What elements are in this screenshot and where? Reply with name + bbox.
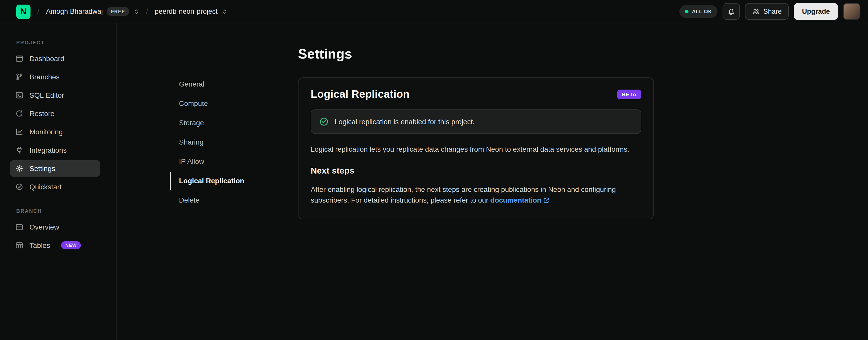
sidebar-section-project: PROJECT	[16, 40, 117, 45]
project-name: peerdb-neon-project	[155, 8, 218, 15]
success-banner-text: Logical replication is enabled for this …	[335, 118, 475, 126]
sidebar-item-tables[interactable]: Tables NEW	[10, 237, 100, 253]
settings-nav-delete[interactable]: Delete	[170, 191, 298, 209]
top-bar: N / Amogh Bharadwaj FREE / peerdb-neon-p…	[0, 0, 868, 23]
card-title: Logical Replication	[311, 88, 410, 100]
sidebar-item-label: Monitoring	[30, 128, 63, 136]
settings-nav-ip-allow[interactable]: IP Allow	[170, 153, 298, 171]
next-steps-paragraph: After enabling logical replication, the …	[311, 184, 641, 207]
sidebar-item-label: Branches	[30, 73, 60, 81]
sidebar-item-label: Quickstart	[30, 183, 62, 191]
sidebar-item-restore[interactable]: Restore	[10, 105, 100, 122]
breadcrumb-separator: /	[146, 7, 148, 16]
sidebar-item-monitoring[interactable]: Monitoring	[10, 124, 100, 140]
sidebar-item-quickstart[interactable]: Quickstart	[10, 179, 100, 195]
check-circle-icon	[319, 117, 329, 126]
status-pill[interactable]: ALL OK	[679, 5, 718, 18]
settings-nav-general[interactable]: General	[170, 75, 298, 93]
restore-icon	[15, 109, 23, 118]
project-selector[interactable]: peerdb-neon-project	[155, 8, 228, 15]
gear-icon	[15, 164, 23, 173]
documentation-link[interactable]: documentation	[491, 196, 541, 204]
bell-icon	[727, 7, 735, 16]
sql-editor-icon	[15, 91, 23, 99]
settings-nav: General Compute Storage Sharing IP Allow…	[170, 46, 298, 340]
sidebar-item-dashboard[interactable]: Dashboard	[10, 50, 100, 67]
sidebar-item-label: SQL Editor	[30, 91, 64, 99]
success-banner: Logical replication is enabled for this …	[311, 109, 641, 134]
notifications-button[interactable]	[722, 3, 740, 20]
sidebar-item-label: Tables	[30, 241, 50, 249]
sidebar-item-settings[interactable]: Settings	[10, 160, 100, 177]
upgrade-button[interactable]: Upgrade	[794, 3, 838, 20]
beta-badge: BETA	[617, 89, 641, 99]
card-description: Logical replication lets you replicate d…	[311, 144, 641, 155]
monitoring-icon	[15, 128, 23, 136]
neon-logo[interactable]: N	[16, 4, 31, 19]
next-steps-title: Next steps	[311, 166, 641, 176]
sidebar-item-sql-editor[interactable]: SQL Editor	[10, 87, 100, 103]
next-steps-text: After enabling logical replication, the …	[311, 185, 616, 204]
overview-icon	[15, 223, 23, 231]
org-selector[interactable]: Amogh Bharadwaj FREE	[46, 7, 139, 16]
settings-nav-compute[interactable]: Compute	[170, 95, 298, 112]
branch-icon	[15, 73, 23, 81]
settings-nav-storage[interactable]: Storage	[170, 114, 298, 132]
sidebar-item-integrations[interactable]: Integrations	[10, 142, 100, 158]
neon-logo-letter: N	[20, 6, 27, 17]
status-label: ALL OK	[692, 9, 712, 14]
share-label: Share	[763, 8, 781, 15]
table-icon	[15, 241, 23, 249]
sidebar: PROJECT Dashboard Branches SQL Editor Re…	[0, 23, 117, 340]
status-dot-icon	[685, 10, 688, 13]
dashboard-icon	[15, 54, 23, 63]
top-bar-actions: ALL OK Share Upgrade	[679, 3, 860, 20]
external-link-icon	[543, 197, 550, 205]
share-button[interactable]: Share	[745, 3, 789, 20]
integrations-icon	[15, 146, 23, 154]
breadcrumb-separator: /	[37, 7, 39, 16]
breadcrumb: N / Amogh Bharadwaj FREE / peerdb-neon-p…	[16, 4, 228, 19]
app-window: N / Amogh Bharadwaj FREE / peerdb-neon-p…	[0, 0, 868, 340]
sidebar-item-overview[interactable]: Overview	[10, 219, 100, 235]
settings-nav-sharing[interactable]: Sharing	[170, 133, 298, 151]
check-circle-icon	[15, 183, 23, 191]
sidebar-item-label: Integrations	[30, 146, 67, 154]
new-badge: NEW	[61, 241, 81, 249]
main-content: General Compute Storage Sharing IP Allow…	[117, 23, 868, 340]
plan-badge: FREE	[107, 7, 129, 16]
sidebar-item-branches[interactable]: Branches	[10, 69, 100, 85]
logical-replication-card: Logical Replication BETA Logical replica…	[298, 77, 654, 219]
settings-nav-logical-replication[interactable]: Logical Replication	[170, 172, 298, 190]
sidebar-item-label: Dashboard	[30, 54, 64, 63]
sidebar-item-label: Overview	[30, 223, 59, 231]
sidebar-item-label: Settings	[30, 164, 55, 173]
page-title: Settings	[298, 46, 654, 62]
org-name: Amogh Bharadwaj	[46, 8, 103, 15]
sidebar-item-label: Restore	[30, 109, 54, 118]
sidebar-section-branch: BRANCH	[16, 208, 117, 214]
avatar[interactable]	[843, 3, 860, 20]
chevron-updown-icon	[222, 8, 228, 15]
chevron-updown-icon	[133, 8, 139, 15]
people-icon	[752, 8, 760, 15]
